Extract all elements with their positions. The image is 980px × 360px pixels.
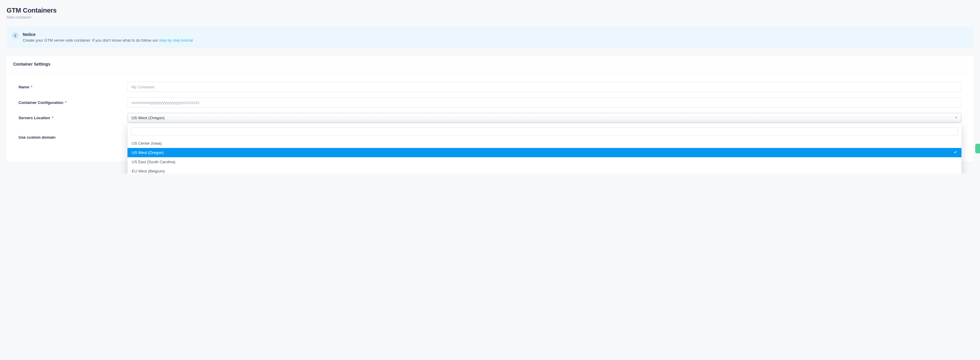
- form-row-container-config: Container Configuration *: [19, 97, 961, 108]
- info-icon: i: [12, 32, 19, 39]
- servers-location-dropdown: US Center (Iowa) US West (Oregon) US Eas…: [127, 124, 961, 174]
- side-tab-button[interactable]: [975, 144, 980, 153]
- dropdown-option[interactable]: EU West (Belgium): [127, 167, 961, 174]
- custom-domain-label-text: Use custom domain: [19, 135, 56, 140]
- notice-body-text: Create your GTM server-side container. I…: [23, 38, 159, 43]
- required-mark: *: [65, 100, 67, 105]
- notice-tutorial-link[interactable]: step by step tutorial: [159, 38, 193, 43]
- notice-body: Create your GTM server-side container. I…: [23, 38, 193, 43]
- name-label-text: Name: [19, 85, 29, 89]
- container-config-label-text: Container Configuration: [19, 100, 64, 105]
- dropdown-option[interactable]: US East (South Carolina): [127, 157, 961, 167]
- container-settings-panel: Container Settings Name * Container Conf…: [6, 56, 974, 162]
- dropdown-option[interactable]: US Center (Iowa): [127, 139, 961, 148]
- notice-title: Notice: [23, 32, 193, 37]
- dropdown-search-wrapper: [127, 127, 961, 139]
- servers-location-select-wrapper: US West (Oregon) US Center (Iowa): [127, 113, 961, 123]
- notice-card: i Notice Create your GTM server-side con…: [6, 27, 974, 48]
- page-subtitle: New container: [6, 15, 974, 19]
- dropdown-option-label: US Center (Iowa): [132, 141, 162, 145]
- container-config-input[interactable]: [127, 97, 961, 108]
- notice-content: Notice Create your GTM server-side conta…: [23, 32, 193, 43]
- custom-domain-label: Use custom domain: [19, 135, 127, 140]
- form-row-servers-location: Servers Location * US West (Oregon): [19, 113, 961, 123]
- dropdown-option-label: US East (South Carolina): [132, 159, 175, 164]
- servers-location-select[interactable]: US West (Oregon): [127, 113, 961, 123]
- form-row-name: Name *: [19, 82, 961, 92]
- servers-location-label-text: Servers Location: [19, 116, 50, 120]
- servers-location-label: Servers Location *: [19, 116, 127, 120]
- panel-title: Container Settings: [6, 56, 974, 72]
- dropdown-option-label: US West (Oregon): [132, 150, 164, 155]
- page-title: GTM Containers: [6, 6, 974, 14]
- page-header: GTM Containers New container: [6, 6, 974, 19]
- container-config-label: Container Configuration *: [19, 100, 127, 105]
- servers-location-selected-value: US West (Oregon): [131, 116, 165, 120]
- name-input[interactable]: [127, 82, 961, 92]
- dropdown-option-label: EU West (Belgium): [132, 169, 165, 174]
- check-icon: [954, 150, 957, 155]
- dropdown-search-input[interactable]: [131, 127, 958, 136]
- required-mark: *: [31, 85, 32, 89]
- required-mark: *: [52, 116, 53, 120]
- dropdown-option[interactable]: US West (Oregon): [127, 148, 961, 157]
- name-label: Name *: [19, 85, 127, 89]
- panel-body: Name * Container Configuration * Ser: [6, 72, 974, 162]
